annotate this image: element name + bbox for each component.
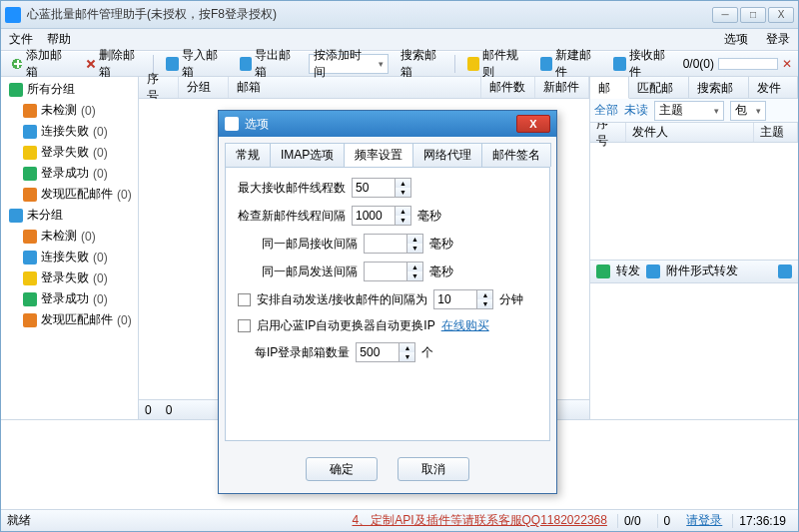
- status-counts: 0/0: [617, 514, 647, 528]
- tab-matched[interactable]: 匹配邮件: [629, 77, 689, 98]
- maximize-button[interactable]: □: [740, 7, 766, 23]
- rcol-index[interactable]: 序号: [590, 123, 626, 142]
- spinner-down[interactable]: ▼: [396, 188, 410, 197]
- plus-icon: [11, 57, 23, 71]
- tree-item[interactable]: 发现匹配邮件 (0): [1, 184, 138, 205]
- tree-item[interactable]: 未检测 (0): [1, 226, 138, 247]
- right-tabs: 邮件 匹配邮件 搜索邮件 发件箱: [590, 77, 798, 99]
- promo-link[interactable]: 4、定制API及插件等请联系客服QQ1182022368: [352, 512, 606, 529]
- forward-icon: [596, 265, 610, 278]
- progress-bar: [718, 58, 778, 70]
- toolbar: 添加邮箱 删除邮箱 导入邮箱 导出邮箱 按添加时间 搜索邮箱 邮件规则 新建邮件…: [1, 51, 798, 77]
- forward-button[interactable]: 转发: [616, 263, 640, 279]
- col-newmail[interactable]: 新邮件: [535, 77, 589, 98]
- filter-condition-dropdown[interactable]: 包: [730, 101, 766, 121]
- folder-icon: [9, 209, 23, 223]
- tree-all-groups[interactable]: 所有分组: [1, 79, 138, 100]
- status-icon: [23, 146, 37, 160]
- auto-arrange-label: 安排自动发送/接收邮件的间隔为: [257, 291, 427, 308]
- same-recv-input[interactable]: [364, 234, 407, 254]
- preview-pane: [590, 283, 798, 420]
- filter-unread[interactable]: 未读: [624, 102, 648, 119]
- status-icon: [23, 188, 37, 202]
- login-per-ip-input[interactable]: [356, 342, 400, 362]
- titlebar: 心蓝批量邮件管理助手(未授权，按F8登录授权) ─ □ X: [1, 1, 798, 29]
- window-title: 心蓝批量邮件管理助手(未授权，按F8登录授权): [27, 6, 710, 23]
- tab-mail[interactable]: 邮件: [590, 77, 629, 99]
- mail-list-header: 序号 发件人 主题: [590, 123, 798, 143]
- tree-item[interactable]: 登录成功 (0): [1, 288, 138, 309]
- status-text: 就绪: [7, 512, 31, 529]
- col-index[interactable]: 序号: [139, 77, 179, 98]
- status-time: 17:36:19: [732, 514, 792, 528]
- status-icon: [23, 313, 37, 327]
- receive-icon: [613, 57, 625, 71]
- tab-search[interactable]: 搜索邮件: [689, 77, 749, 98]
- sort-dropdown[interactable]: 按添加时间: [309, 54, 389, 74]
- forward-attach-button[interactable]: 附件形式转发: [666, 263, 738, 279]
- sidebar: 所有分组 未检测 (0)连接失败 (0)登录失败 (0)登录成功 (0)发现匹配…: [1, 77, 139, 419]
- col-mailcount[interactable]: 邮件数: [481, 77, 535, 98]
- tab-general[interactable]: 常规: [225, 143, 271, 167]
- cancel-button[interactable]: 取消: [398, 457, 469, 481]
- tree-item[interactable]: 登录成功 (0): [1, 163, 138, 184]
- rcol-sender[interactable]: 发件人: [626, 123, 754, 142]
- col-group[interactable]: 分组: [179, 77, 229, 98]
- tab-imap[interactable]: IMAP选项: [270, 143, 345, 167]
- tab-proxy[interactable]: 网络代理: [412, 143, 482, 167]
- same-send-input[interactable]: [364, 262, 407, 281]
- status-icon: [23, 230, 37, 244]
- check-interval-label: 检查新邮件线程间隔: [238, 208, 346, 225]
- spinner-up[interactable]: ▲: [396, 179, 410, 188]
- rules-icon: [467, 57, 479, 71]
- status-icon: [23, 104, 37, 118]
- status-icon: [23, 271, 37, 285]
- tab-frequency[interactable]: 频率设置: [344, 143, 413, 167]
- status-icon: [23, 167, 37, 181]
- tab-outbox[interactable]: 发件箱: [749, 77, 798, 98]
- cancel-progress-button[interactable]: ✕: [782, 57, 792, 71]
- status-icon: [23, 125, 37, 139]
- buy-online-link[interactable]: 在线购买: [441, 317, 489, 334]
- max-threads-label: 最大接收邮件线程数: [238, 180, 346, 197]
- tree-item[interactable]: 发现匹配邮件 (0): [1, 309, 138, 330]
- statusbar: 就绪 4、定制API及插件等请联系客服QQ1182022368 0/0 0 请登…: [1, 509, 798, 531]
- status-login-link[interactable]: 请登录: [686, 512, 722, 529]
- dialog-title: 选项: [245, 116, 269, 133]
- menu-options[interactable]: 选项: [720, 31, 748, 48]
- status-zero: 0: [657, 514, 677, 528]
- login-per-ip-label: 每IP登录邮箱数量: [255, 344, 350, 361]
- dialog-titlebar: 选项 X: [219, 111, 556, 137]
- attachment-icon: [646, 265, 660, 278]
- tree-item[interactable]: 连接失败 (0): [1, 247, 138, 267]
- auto-ip-checkbox[interactable]: [238, 319, 251, 332]
- dialog-close-button[interactable]: X: [516, 115, 550, 133]
- tree-item[interactable]: 连接失败 (0): [1, 121, 138, 142]
- filter-all[interactable]: 全部: [594, 102, 618, 119]
- max-threads-input[interactable]: [352, 178, 396, 198]
- tree-item[interactable]: 登录失败 (0): [1, 142, 138, 163]
- folder-icon: [9, 83, 23, 97]
- tab-signature[interactable]: 邮件签名: [481, 143, 551, 167]
- export-icon: [240, 57, 252, 71]
- auto-arrange-checkbox[interactable]: [238, 293, 251, 306]
- tree-item[interactable]: 登录失败 (0): [1, 267, 138, 288]
- filter-field-dropdown[interactable]: 主题: [654, 101, 724, 121]
- same-send-label: 同一邮局发送间隔: [262, 264, 358, 280]
- auto-arrange-input[interactable]: [433, 289, 477, 309]
- save-icon[interactable]: [778, 265, 792, 278]
- forward-bar: 转发 附件形式转发: [590, 260, 798, 283]
- tree-ungrouped[interactable]: 未分组: [1, 205, 138, 226]
- close-button[interactable]: X: [768, 7, 794, 23]
- rcol-subject[interactable]: 主题: [754, 123, 798, 142]
- minimize-button[interactable]: ─: [712, 7, 738, 23]
- x-icon: [84, 57, 96, 71]
- check-interval-input[interactable]: [352, 206, 396, 226]
- dialog-body: 最大接收邮件线程数 ▲▼ 检查新邮件线程间隔 ▲▼ 毫秒 同一邮局接收间隔 ▲▼…: [225, 167, 550, 441]
- filter-bar: 全部 未读 主题 包: [590, 99, 798, 123]
- tree-item[interactable]: 未检测 (0): [1, 100, 138, 121]
- app-icon: [5, 7, 21, 23]
- ok-button[interactable]: 确定: [306, 457, 378, 481]
- menu-login[interactable]: 登录: [762, 31, 790, 48]
- right-pane: 邮件 匹配邮件 搜索邮件 发件箱 全部 未读 主题 包 序号 发件人 主题 ▮▮…: [590, 77, 798, 419]
